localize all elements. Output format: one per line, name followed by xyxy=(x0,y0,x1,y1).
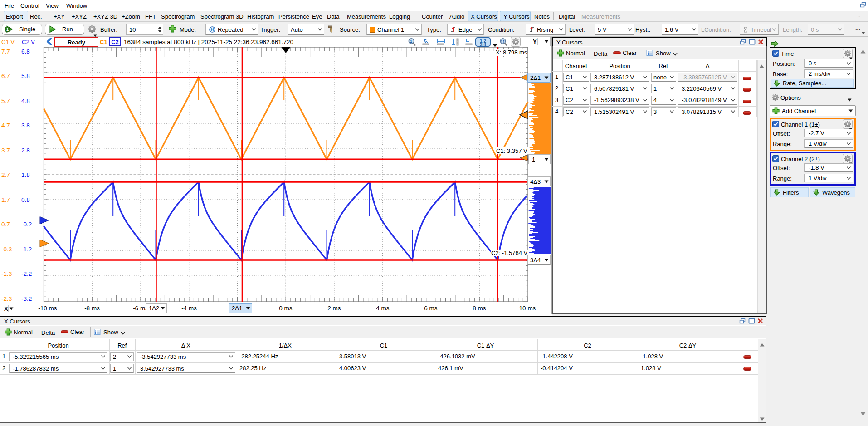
svg-text:1: 1 xyxy=(410,39,412,44)
svg-text:H: H xyxy=(211,27,214,32)
svg-text:1: 1 xyxy=(6,27,9,32)
